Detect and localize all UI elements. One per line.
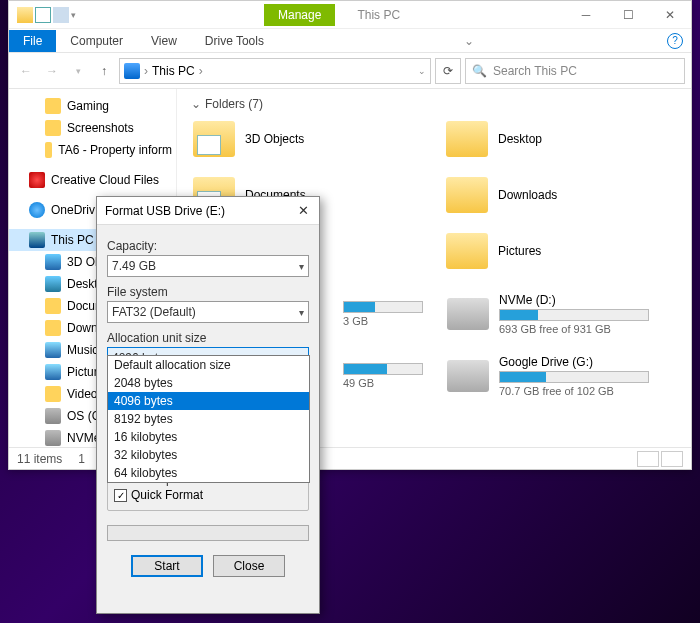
folder-label: 3D Objects <box>245 132 304 146</box>
chevron-down-icon: ▾ <box>299 307 304 318</box>
dropdown-option[interactable]: 32 kilobytes <box>108 446 309 464</box>
breadcrumb-sep: › <box>144 64 148 78</box>
allocation-dropdown: Default allocation size 2048 bytes 4096 … <box>107 355 310 483</box>
checkbox-icon: ✓ <box>114 489 127 502</box>
file-tab[interactable]: File <box>9 30 56 52</box>
refresh-button[interactable]: ⟳ <box>435 58 461 84</box>
drive-icon <box>447 360 489 392</box>
folder-icon <box>45 276 61 292</box>
folder-3dobjects[interactable]: 3D Objects <box>187 115 428 163</box>
recent-dropdown-icon[interactable]: ▾ <box>67 60 89 82</box>
tree-label: This PC <box>51 233 94 247</box>
address-dropdown-icon[interactable]: ⌄ <box>418 66 426 76</box>
quick-format-checkbox[interactable]: ✓ Quick Format <box>114 488 302 502</box>
close-button[interactable]: ✕ <box>649 1 691 29</box>
app-icon <box>17 7 33 23</box>
folder-desktop[interactable]: Desktop <box>440 115 681 163</box>
drive-tools-tab[interactable]: Drive Tools <box>191 30 278 52</box>
title-text: This PC <box>343 4 414 26</box>
dropdown-option[interactable]: 64 kilobytes <box>108 464 309 482</box>
status-item-count: 11 items <box>17 452 62 466</box>
breadcrumb-sep2: › <box>199 64 203 78</box>
filesystem-label: File system <box>107 285 309 299</box>
chevron-down-icon: ⌄ <box>191 97 201 111</box>
ribbon-expand-icon[interactable]: ⌄ <box>464 34 474 48</box>
properties-icon[interactable] <box>35 7 51 23</box>
capacity-combo[interactable]: 7.49 GB ▾ <box>107 255 309 277</box>
dropdown-option[interactable]: Default allocation size <box>108 356 309 374</box>
computer-tab[interactable]: Computer <box>56 30 137 52</box>
dialog-titlebar: Format USB Drive (E:) ✕ <box>97 197 319 225</box>
folder-pictures[interactable]: Pictures <box>440 227 681 275</box>
filesystem-combo[interactable]: FAT32 (Default) ▾ <box>107 301 309 323</box>
capacity-label: Capacity: <box>107 239 309 253</box>
tiles-view-button[interactable] <box>661 451 683 467</box>
status-selection: 1 <box>78 452 85 466</box>
folder-downloads[interactable]: Downloads <box>440 171 681 219</box>
back-button[interactable]: ← <box>15 60 37 82</box>
drive-free-text: 70.7 GB free of 102 GB <box>499 385 649 397</box>
tree-label: TA6 - Property inform <box>58 143 172 157</box>
maximize-button[interactable]: ☐ <box>607 1 649 29</box>
tree-label: OneDriv <box>51 203 95 217</box>
drive-icon <box>45 408 61 424</box>
tree-ta6[interactable]: TA6 - Property inform <box>9 139 176 161</box>
ribbon-tabs: File Computer View Drive Tools ⌄ ? <box>9 29 691 53</box>
folder-label: Downloads <box>498 188 557 202</box>
minimize-button[interactable]: ─ <box>565 1 607 29</box>
tree-gaming[interactable]: Gaming <box>9 95 176 117</box>
folder-icon <box>45 298 61 314</box>
pc-icon <box>124 63 140 79</box>
drive-usage-bar <box>499 371 649 383</box>
dropdown-option[interactable]: 16 kilobytes <box>108 428 309 446</box>
tree-screenshots[interactable]: Screenshots <box>9 117 176 139</box>
drive-google[interactable]: Google Drive (G:) 70.7 GB free of 102 GB <box>441 349 681 403</box>
tree-label: Screenshots <box>67 121 134 135</box>
details-view-button[interactable] <box>637 451 659 467</box>
drive-nvme[interactable]: NVMe (D:) 693 GB free of 931 GB <box>441 287 681 341</box>
tree-creative-cloud[interactable]: Creative Cloud Files <box>9 169 176 191</box>
capacity-value: 7.49 GB <box>112 259 156 273</box>
folder-icon <box>45 386 61 402</box>
folder-icon <box>45 364 61 380</box>
new-folder-icon[interactable] <box>53 7 69 23</box>
start-button[interactable]: Start <box>131 555 203 577</box>
creative-cloud-icon <box>29 172 45 188</box>
folder-icon <box>45 98 61 114</box>
drive-usage-bar <box>343 363 423 375</box>
quick-access-toolbar: ▾ <box>9 7 84 23</box>
drive-usage-bar <box>343 301 423 313</box>
view-tab[interactable]: View <box>137 30 191 52</box>
dropdown-option[interactable]: 8192 bytes <box>108 410 309 428</box>
close-button[interactable]: Close <box>213 555 285 577</box>
dropdown-option[interactable]: 2048 bytes <box>108 374 309 392</box>
drive-name: NVMe (D:) <box>499 293 649 307</box>
qat-dropdown-icon[interactable]: ▾ <box>71 10 76 20</box>
titlebar: ▾ Manage This PC ─ ☐ ✕ <box>9 1 691 29</box>
search-box[interactable]: 🔍 Search This PC <box>465 58 685 84</box>
onedrive-icon <box>29 202 45 218</box>
forward-button[interactable]: → <box>41 60 63 82</box>
manage-tab[interactable]: Manage <box>264 4 335 26</box>
folder-icon <box>45 320 61 336</box>
drive-usage-bar <box>499 309 649 321</box>
navigation-row: ← → ▾ ↑ › This PC › ⌄ ⟳ 🔍 Search This PC <box>9 53 691 89</box>
help-icon[interactable]: ? <box>667 33 683 49</box>
folder-icon <box>45 120 61 136</box>
breadcrumb-thispc[interactable]: This PC <box>152 64 195 78</box>
dropdown-option-selected[interactable]: 4096 bytes <box>108 392 309 410</box>
search-placeholder: Search This PC <box>493 64 577 78</box>
folders-header-label: Folders (7) <box>205 97 263 111</box>
folder-icon <box>45 142 52 158</box>
quick-format-label: Quick Format <box>131 488 203 502</box>
folders-header[interactable]: ⌄Folders (7) <box>187 95 681 115</box>
pc-icon <box>29 232 45 248</box>
dialog-close-button[interactable]: ✕ <box>295 203 311 219</box>
tree-label: Creative Cloud Files <box>51 173 159 187</box>
address-bar[interactable]: › This PC › ⌄ <box>119 58 431 84</box>
drive-icon <box>45 430 61 446</box>
format-options-group: Format options ✓ Quick Format <box>107 479 309 511</box>
up-button[interactable]: ↑ <box>93 60 115 82</box>
folder-icon <box>446 233 488 269</box>
filesystem-value: FAT32 (Default) <box>112 305 196 319</box>
